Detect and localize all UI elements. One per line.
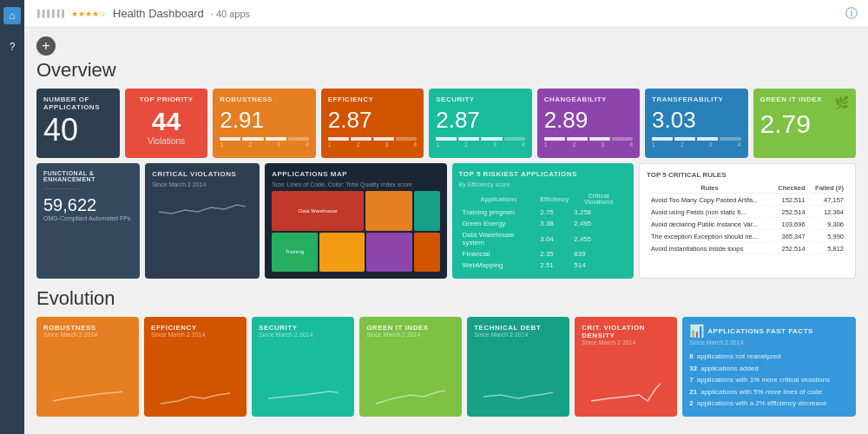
num-apps-label: NUMBER OF APPLICATIONS bbox=[43, 95, 113, 111]
leaf-icon: 🌿 bbox=[834, 95, 849, 109]
evo-robustness-label: ROBUSTNESS bbox=[43, 324, 132, 332]
rules-col-rules: Rules bbox=[648, 183, 771, 194]
header-info-icon[interactable]: ⓘ bbox=[845, 6, 858, 22]
score-seg bbox=[567, 137, 588, 141]
evo-green-it-since: Since March 2 2014 bbox=[366, 332, 455, 338]
evo-robustness-card: ROBUSTNESS Since March 2 2014 bbox=[36, 317, 139, 417]
col-applications: Applications bbox=[461, 192, 537, 206]
rules-col-checked: Checked bbox=[773, 183, 808, 194]
score-seg bbox=[652, 137, 673, 141]
green-it-card: GREEN IT INDEX 🌿 2.79 bbox=[753, 89, 856, 158]
table-row: Training program2.753,258 bbox=[461, 207, 625, 217]
fast-facts-icon: 📊 bbox=[689, 324, 704, 338]
overview-cards-row: NUMBER OF APPLICATIONS 40 TOP PRIORITY 4… bbox=[36, 89, 856, 158]
green-it-label: GREEN IT INDEX bbox=[760, 95, 822, 103]
evo-security-spark bbox=[259, 343, 347, 410]
efficiency-card: EFFICIENCY 2.87 1234 bbox=[321, 89, 424, 158]
fast-facts-list: 8applications not reanalyzed32applicatio… bbox=[689, 351, 849, 410]
score-seg bbox=[504, 137, 525, 141]
score-seg bbox=[266, 137, 286, 141]
num-apps-card: NUMBER OF APPLICATIONS 40 bbox=[36, 89, 120, 158]
security-label: SECURITY bbox=[436, 95, 524, 103]
evo-tech-debt-since: Since March 2 2014 bbox=[474, 332, 562, 338]
score-seg bbox=[481, 137, 502, 141]
top5-riskiest-table: Applications Efficiency Critical Violati… bbox=[459, 190, 627, 272]
rules-col-failed: Failed (#) bbox=[810, 183, 846, 194]
critical-violations-sparkline bbox=[152, 194, 253, 220]
evo-tech-debt-spark bbox=[474, 343, 562, 410]
table-row: Avoid using Fields (non static fi...252,… bbox=[648, 207, 846, 218]
top5-riskiest-card: TOP 5 RISKIEST APPLICATIONS By Efficienc… bbox=[452, 163, 634, 279]
evo-crit-density-since: Since March 2 2014 bbox=[582, 339, 670, 345]
evo-robustness-since: Since March 2 2014 bbox=[43, 332, 132, 338]
evo-green-it-label: GREEN IT INDEX bbox=[366, 324, 455, 332]
treemap-cell-5 bbox=[366, 233, 411, 273]
evo-crit-density-label: CRIT. VIOLATION DENSITY bbox=[582, 324, 670, 339]
top5-riskiest-by: By Efficiency score bbox=[459, 181, 627, 187]
treemap-cell-2 bbox=[365, 191, 411, 231]
functional-sub: OMG-Compliant Automated FPs bbox=[43, 215, 133, 221]
evo-robustness-spark bbox=[43, 343, 132, 410]
table-row: Avoid declaring Public Instance Var...10… bbox=[648, 220, 846, 230]
score-seg bbox=[720, 137, 740, 141]
score-seg bbox=[288, 137, 309, 141]
evo-tech-debt-label: TECHNICAL DEBT bbox=[474, 324, 562, 332]
table-row: Avoid Too Many Copy Pasted Artifa...152,… bbox=[648, 195, 846, 206]
table-row: The exception Exception should ne...365,… bbox=[648, 232, 846, 242]
evo-fast-facts-label: APPLICATIONS FAST FACTS bbox=[707, 327, 813, 335]
table-row: WebMapping2.51514 bbox=[461, 260, 625, 270]
main-content: ▐▐▐▐▐▐ ★★★★☆ Health Dashboard · 40 apps … bbox=[24, 0, 868, 434]
list-item: 7applications with 1% more critical viol… bbox=[689, 374, 849, 386]
score-seg bbox=[396, 137, 417, 141]
sidebar-item-help[interactable]: ? bbox=[3, 38, 21, 56]
score-seg bbox=[373, 137, 394, 141]
score-seg bbox=[674, 137, 695, 141]
top5-riskiest-label: TOP 5 RISKIEST APPLICATIONS bbox=[459, 170, 627, 178]
apps-map-label: APPLICATIONS MAP bbox=[272, 170, 439, 178]
add-button[interactable]: + bbox=[36, 36, 56, 56]
score-seg bbox=[697, 137, 718, 141]
evo-fast-facts-card: 📊 APPLICATIONS FAST FACTS Since March 2 … bbox=[682, 317, 856, 417]
evo-green-it-card: GREEN IT INDEX Since March 2 2014 bbox=[359, 317, 462, 417]
evo-fast-facts-since: Since March 2 2014 bbox=[689, 339, 849, 345]
transferability-score: 3.03 bbox=[652, 107, 740, 134]
sidebar-item-home[interactable]: ⌂ bbox=[3, 7, 21, 24]
evolution-title: Evolution bbox=[36, 287, 856, 310]
robustness-card: ROBUSTNESS 2.91 1234 bbox=[213, 89, 315, 158]
changeability-card: CHANGEABILITY 2.89 1234 bbox=[537, 89, 640, 158]
treemap-cell-1: Data Warehouse bbox=[272, 191, 364, 231]
list-item: 21applications with 5% more lines of cod… bbox=[689, 386, 849, 398]
efficiency-score: 2.87 bbox=[328, 107, 417, 134]
evo-security-label: SECURITY bbox=[259, 324, 347, 332]
score-seg bbox=[220, 137, 240, 141]
treemap-cell-4 bbox=[319, 233, 365, 273]
robustness-label: ROBUSTNESS bbox=[220, 95, 308, 103]
critical-violations-since: Since March 2 2014 bbox=[152, 181, 253, 187]
overview-title: Overview bbox=[36, 59, 856, 82]
evo-green-it-spark bbox=[366, 343, 455, 410]
treemap-cell-3: Training bbox=[272, 233, 317, 273]
functional-dot: ····················· bbox=[43, 186, 133, 192]
header-apps: · 40 apps bbox=[211, 9, 250, 19]
table-row: Avoid instantiations inside loops252,514… bbox=[648, 244, 846, 254]
evo-security-card: SECURITY Since March 2 2014 bbox=[252, 317, 354, 417]
evolution-cards: ROBUSTNESS Since March 2 2014 EFFICIENCY… bbox=[36, 317, 856, 417]
score-seg bbox=[589, 137, 610, 141]
evo-crit-density-card: CRIT. VIOLATION DENSITY Since March 2 20… bbox=[575, 317, 677, 417]
top5-rules-card: TOP 5 CRITICAL RULES Rules Checked Faile… bbox=[639, 163, 856, 279]
table-row: Data Warehouse system3.042,455 bbox=[461, 230, 625, 247]
header-dots: ▐▐▐▐▐▐ bbox=[35, 10, 64, 17]
apps-map-card: APPLICATIONS MAP Size: Lines of Code, Co… bbox=[265, 163, 446, 279]
top5-rules-label: TOP 5 CRITICAL RULES bbox=[647, 171, 848, 179]
content-area: + Overview NUMBER OF APPLICATIONS 40 TOP… bbox=[24, 28, 868, 434]
score-seg bbox=[242, 137, 263, 141]
transferability-card: TRANSFERABILITY 3.03 1234 bbox=[645, 89, 747, 158]
score-seg bbox=[544, 137, 565, 141]
evo-security-since: Since March 2 2014 bbox=[259, 332, 347, 338]
green-it-score: 2.79 bbox=[760, 109, 849, 139]
col-critical-violations: Critical Violations bbox=[572, 192, 625, 206]
robustness-score: 2.91 bbox=[220, 107, 308, 134]
top-priority-sub: Violations bbox=[132, 136, 201, 146]
transferability-label: TRANSFERABILITY bbox=[652, 95, 740, 103]
functional-label: FUNCTIONAL & ENHANCEMENT bbox=[43, 170, 133, 182]
